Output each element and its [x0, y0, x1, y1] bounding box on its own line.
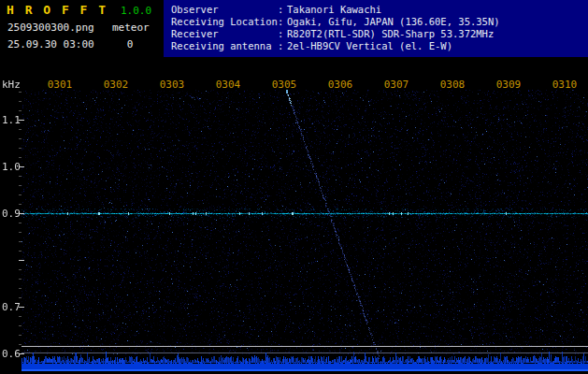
hrofft-screenshot: H R O F F T 1.0.0 2509300300.png meteor …: [0, 0, 588, 374]
info-colon: :: [278, 28, 287, 40]
info-row: Receiving antenna:2el-HB9CV Vertical (el…: [164, 40, 588, 52]
freq-axis-label: 0.6: [2, 348, 21, 360]
freq-axis-label: 1.1: [2, 114, 21, 126]
info-value: Takanori Kawachi: [287, 4, 381, 15]
freq-axis-unit: kHz: [2, 79, 21, 91]
freq-axis-label: 1.0: [2, 161, 21, 173]
filename-label: 2509300300.png: [7, 22, 94, 34]
info-colon: :: [278, 16, 287, 28]
app-version: 1.0.0: [121, 5, 151, 17]
app-title: H R O F F T: [7, 3, 108, 17]
freq-axis-label: 0.7: [2, 301, 21, 313]
freq-axis-label: 0.9: [2, 208, 21, 220]
count-label: 0: [112, 38, 148, 50]
info-value: Ogaki, Gifu, JAPAN (136.60E, 35.35N): [287, 16, 500, 27]
info-colon: :: [278, 4, 287, 16]
spectrogram-canvas: [19, 90, 588, 374]
datetime-label: 25.09.30 03:00: [7, 38, 94, 50]
info-label: Receiving antenna: [171, 40, 278, 52]
info-colon: :: [278, 40, 287, 52]
info-value: R820T2(RTL-SDR) SDR-Sharp 53.372MHz: [287, 28, 494, 39]
info-label: Receiving Location: [171, 16, 278, 28]
mode-label: meteor: [112, 22, 150, 34]
info-value: 2el-HB9CV Vertical (el. E-W): [287, 40, 452, 51]
info-label: Receiver: [171, 28, 278, 40]
info-row: Receiving Location:Ogaki, Gifu, JAPAN (1…: [164, 16, 588, 28]
info-label: Observer: [171, 4, 278, 16]
info-row: Observer:Takanori Kawachi: [164, 4, 588, 16]
observer-info-panel: Observer:Takanori Kawachi Receiving Loca…: [164, 0, 588, 57]
info-row: Receiver:R820T2(RTL-SDR) SDR-Sharp 53.37…: [164, 28, 588, 40]
